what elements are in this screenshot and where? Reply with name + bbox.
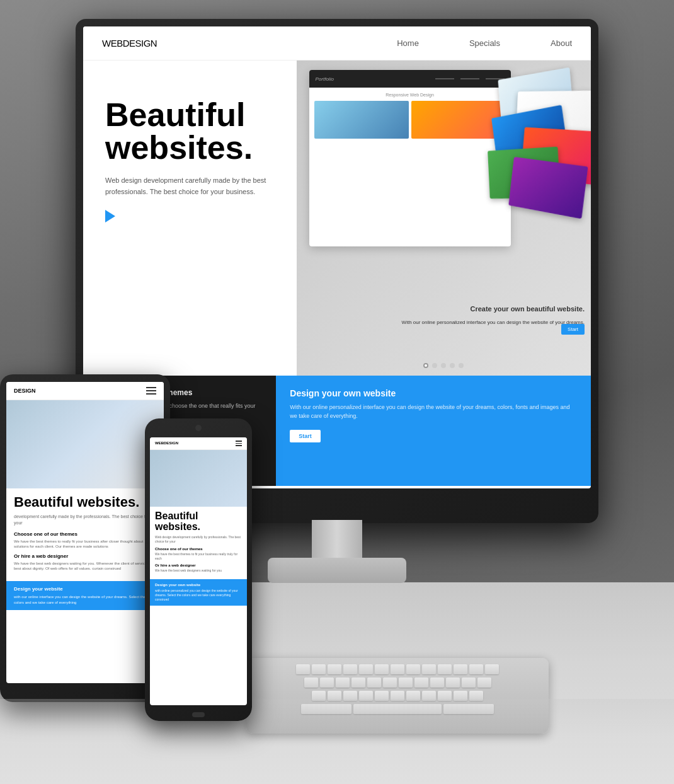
slider-dot (450, 363, 455, 368)
hero-left: Beautiful websites. Web design developme… (83, 61, 297, 376)
logo-bold: WEB (102, 38, 123, 49)
key (399, 677, 413, 688)
hamburger-line (146, 387, 156, 388)
hamburger-line (146, 393, 156, 395)
tablet-hero-subtitle: development carefully made by the profes… (14, 514, 156, 526)
key (296, 664, 310, 674)
phone-logo-bold: WEB (155, 441, 164, 445)
tablet-section1-text: We have the best themes to really fit yo… (14, 539, 156, 550)
phone-blue-bar: Design your own website with online pers… (150, 579, 247, 606)
portfolio-screen: Portfolio Responsive Web Design (309, 70, 511, 246)
slider-dot (441, 363, 446, 368)
logo-light: DESIGN (123, 38, 157, 49)
hero-arrow-icon (105, 210, 115, 222)
slider-dots (423, 363, 464, 368)
nav-dot (435, 78, 454, 79)
portfolio-logo: Portfolio (316, 76, 334, 82)
phone-hero-subtitle: Web design development carefully by prof… (155, 535, 242, 544)
tablet-hamburger-icon[interactable] (146, 387, 156, 395)
phone-hamburger-icon[interactable] (236, 441, 242, 446)
nav-home[interactable]: Home (397, 38, 419, 48)
tablet-nav: DESIGN (6, 382, 164, 400)
design-card-6 (508, 157, 588, 219)
phone-hero-image (150, 450, 247, 507)
phone-screen: WEBDESIGN Beautiful websites. Web design… (150, 437, 247, 705)
hero-subtitle: Web design development carefully made by… (105, 175, 278, 197)
key (430, 677, 444, 688)
nav-about[interactable]: About (551, 38, 572, 48)
key (414, 677, 428, 688)
portfolio-subtitle: Responsive Web Design (314, 93, 506, 97)
tablet-hero-image (6, 400, 164, 488)
phone: WEBDESIGN Beautiful websites. Web design… (145, 418, 252, 721)
key (454, 664, 467, 674)
key (391, 664, 404, 674)
key (462, 677, 476, 688)
design-section: Design your own website With our online … (276, 376, 591, 486)
website-hero: Beautiful websites. Web design developme… (83, 61, 591, 376)
create-website-title: Create your own beautiful website. (470, 305, 585, 313)
tablet-section1-title: Choose one of our themes (14, 531, 156, 537)
design-cards (483, 67, 591, 243)
keyboard-row-2 (255, 677, 540, 688)
key (320, 677, 334, 688)
key (446, 677, 460, 688)
start-button[interactable]: Start (561, 324, 585, 335)
portfolio-img-1 (314, 101, 409, 139)
tablet-screen: DESIGN Beautiful websites. development c… (6, 382, 164, 683)
key (343, 664, 357, 674)
phone-ham-line (236, 443, 242, 444)
key (312, 664, 326, 674)
tablet-content: Beautiful websites. development carefull… (6, 488, 164, 581)
portfolio-content: Responsive Web Design (309, 88, 511, 144)
key (351, 677, 365, 688)
phone-content: Beautiful websites. Web design developme… (150, 507, 247, 579)
portfolio-images (314, 101, 506, 139)
key (477, 677, 491, 688)
key (367, 677, 381, 688)
key (336, 677, 350, 688)
phone-home-button[interactable] (192, 712, 205, 717)
tablet-blue-bar: Design your website with our online inte… (6, 581, 164, 610)
design-text: With our online personalized interface y… (290, 403, 577, 420)
phone-logo-light: DESIGN (164, 441, 178, 445)
key (422, 664, 436, 674)
nav-links: Home Specials About (397, 38, 572, 48)
phone-section2-text: We have the best web designers waiting f… (155, 568, 242, 573)
nav-specials[interactable]: Specials (469, 38, 500, 48)
phone-hero-title: Beautiful websites. (155, 510, 242, 533)
key (304, 677, 318, 688)
monitor-stand-neck (312, 520, 362, 561)
tablet-section2-title: Or hire a web designer (14, 553, 156, 559)
phone-ham-line (236, 445, 242, 446)
design-start-button[interactable]: Start (290, 430, 321, 442)
phone-blue-title: Design your own website (155, 583, 242, 587)
tablet-sections: Choose one of our themes We have the bes… (14, 531, 156, 572)
slider-dot (459, 363, 464, 368)
key (406, 664, 420, 674)
tablet-logo-light: ESIGN (18, 388, 36, 394)
design-title: Design your own website (290, 388, 577, 398)
tablet-logo: DESIGN (14, 388, 36, 394)
phone-ham-line (236, 441, 242, 442)
key (485, 664, 499, 674)
reflection (0, 699, 674, 737)
key (469, 664, 483, 674)
create-website-subtitle: With our online personalized interface y… (402, 320, 585, 325)
hero-right: Portfolio Responsive Web Design (297, 61, 591, 376)
phone-section1-title: Choose one of our themes (155, 547, 242, 551)
key (359, 664, 373, 674)
phone-camera (195, 425, 202, 431)
hero-title: Beautiful websites. (105, 98, 278, 164)
tablet-hero-title: Beautiful websites. (14, 495, 156, 510)
tablet-blue-text: with our online interface you can design… (14, 594, 156, 605)
website-nav: WEBDESIGN Home Specials About (83, 26, 591, 61)
hamburger-line (146, 390, 156, 391)
key (328, 664, 341, 674)
phone-section1-text: We have the best themes to fit your busi… (155, 552, 242, 561)
keyboard-row-1 (255, 664, 540, 674)
slider-dot (432, 363, 437, 368)
phone-blue-text: with online personalized you can design … (155, 589, 242, 602)
key (438, 664, 452, 674)
key (375, 664, 389, 674)
